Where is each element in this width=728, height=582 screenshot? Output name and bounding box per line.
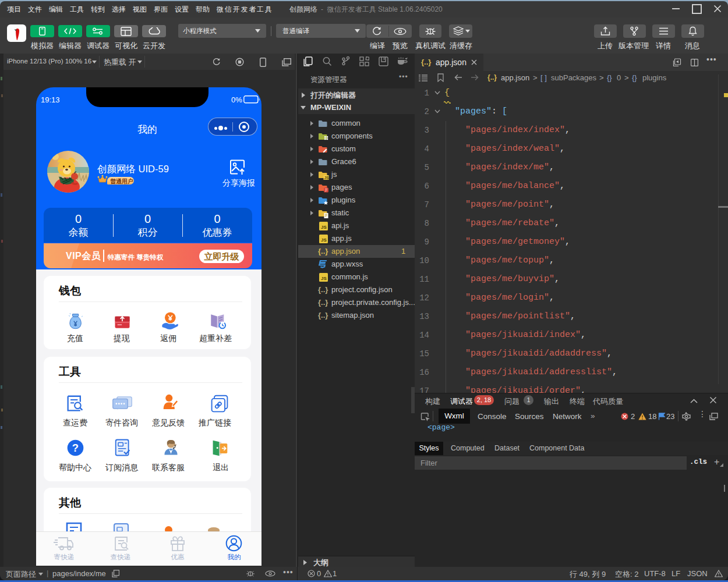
svg-text:JS: JS <box>321 225 327 230</box>
svg-text:JS: JS <box>321 276 327 281</box>
svg-text:JS: JS <box>321 237 327 243</box>
svg-text:?: ? <box>72 442 79 454</box>
svg-text:JS: JS <box>324 176 330 180</box>
